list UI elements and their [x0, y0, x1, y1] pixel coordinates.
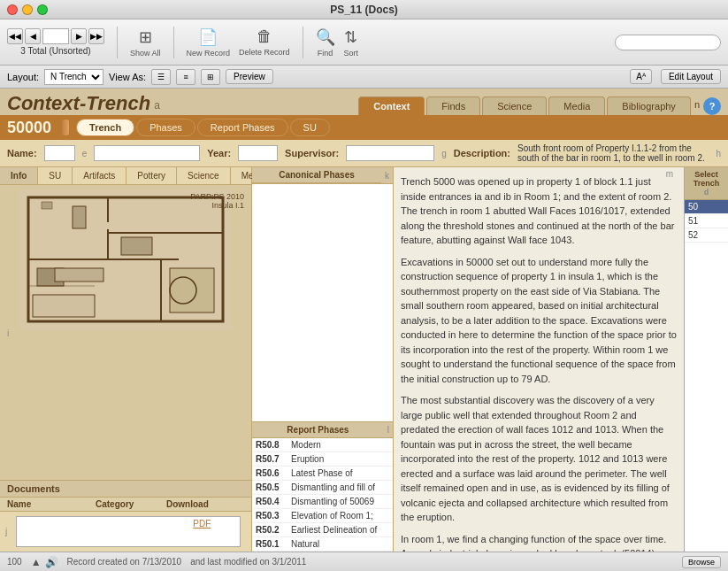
close-btn[interactable]	[7, 4, 18, 15]
supervisor-input[interactable]: Kevin Dicus	[346, 145, 434, 161]
documents-annotation-j: j	[5, 527, 7, 536]
window-title: PS_11 (Docs)	[330, 4, 398, 16]
find-section: 🔍 Find	[316, 27, 335, 58]
select-list[interactable]: 505152	[685, 200, 728, 552]
sub-tab-phases[interactable]: Phases	[136, 119, 195, 136]
select-annotation-d: d	[686, 188, 726, 197]
canonical-annotation-k: k	[381, 169, 393, 182]
phase-code: R50.1	[256, 539, 291, 549]
sub-tab-report-phases[interactable]: Report Phases	[197, 119, 288, 136]
search-input[interactable]	[615, 35, 721, 50]
inner-tab-pottery[interactable]: Pottery	[126, 167, 177, 184]
map-label: PARP:PS 2010 Insula I.1	[190, 192, 244, 210]
help-btn[interactable]: ?	[703, 97, 721, 115]
toolbar: ◀◀ ◀ 1 ▶ ▶▶ 3 Total (Unsorted) ⊞ Show Al…	[0, 19, 728, 66]
svg-rect-10	[33, 295, 95, 317]
phase-code: R50.4	[256, 497, 291, 506]
text-paragraph: Trench 5000 was opened up in property 1 …	[401, 174, 677, 248]
nav-prev-btn[interactable]: ◀	[25, 28, 41, 44]
select-item[interactable]: 50	[685, 200, 728, 214]
phase-item[interactable]: R50.6Latest Phase of	[252, 467, 393, 481]
svg-rect-14	[42, 202, 52, 209]
nav-last-btn[interactable]: ▶▶	[88, 28, 104, 44]
inner-tab-science[interactable]: Science	[177, 167, 231, 184]
svg-rect-11	[103, 222, 112, 229]
name-input-2[interactable]: 50000	[94, 145, 200, 161]
middle-panel: Canonical Phases k Report Phases l R50.8…	[252, 167, 394, 552]
phase-item[interactable]: R50.7Eruption	[252, 452, 393, 467]
inner-tab-artifacts[interactable]: Artifacts	[73, 167, 126, 184]
edit-layout-btn[interactable]: Edit Layout	[661, 69, 721, 84]
form-annotation-e: e	[82, 149, 88, 158]
map-annotation-i: i	[7, 328, 9, 337]
phase-name: Latest Phase of	[291, 468, 389, 478]
phase-item[interactable]: R50.3Elevation of Room 1;	[252, 509, 393, 523]
records-section: ◀◀ ◀ 1 ▶ ▶▶ 3 Total (Unsorted)	[7, 28, 104, 56]
phase-code: R50.5	[256, 482, 291, 492]
show-all-section: ⊞ Show All	[130, 27, 161, 58]
svg-rect-7	[73, 206, 86, 228]
text-paragraph: In room 1, we find a changing function o…	[401, 532, 677, 552]
app-title: Context-Trench	[7, 92, 150, 115]
canonical-phases-list[interactable]	[252, 184, 393, 421]
nav-first-btn[interactable]: ◀◀	[7, 28, 23, 44]
svg-rect-8	[121, 237, 152, 255]
divider2	[173, 27, 174, 58]
browse-mode-btn[interactable]: Browse	[682, 556, 721, 568]
title-bar: PS_11 (Docs)	[0, 0, 728, 19]
sub-tab-trench[interactable]: Trench	[76, 119, 134, 136]
svg-rect-9	[170, 268, 214, 313]
text-paragraph: Excavations in 50000 set out to understa…	[401, 255, 677, 387]
record-number-input[interactable]: 1	[42, 28, 69, 44]
inner-tab-info[interactable]: Info	[0, 167, 38, 184]
inner-tab-bar: Info SU Artifacts Pottery Science Media …	[0, 167, 251, 185]
font-size-btn[interactable]: Aᴬ	[630, 69, 652, 84]
select-item[interactable]: 51	[685, 214, 728, 228]
download-pdf-btn[interactable]: PDF	[193, 519, 236, 529]
nav-next-btn[interactable]: ▶	[71, 28, 87, 44]
minimize-btn[interactable]	[22, 4, 33, 15]
record-created-text: Record created on 7/13/2010	[67, 557, 182, 567]
layout-select[interactable]: N Trench	[44, 69, 103, 85]
name-input-1[interactable]: 50	[44, 145, 75, 161]
year-input[interactable]: 2010	[238, 145, 278, 161]
tab-context[interactable]: Context	[358, 96, 425, 115]
delete-record-label[interactable]: Delete Record	[239, 48, 290, 57]
phase-item[interactable]: R50.8Modern	[252, 438, 393, 452]
description-label: Description:	[454, 148, 510, 158]
inner-tab-su[interactable]: SU	[38, 167, 73, 184]
phase-item[interactable]: R50.1Natural	[252, 537, 393, 552]
show-all-label[interactable]: Show All	[130, 49, 161, 58]
find-label[interactable]: Find	[318, 49, 333, 58]
phase-item[interactable]: R50.2Earliest Delineation of	[252, 523, 393, 537]
tab-media[interactable]: Media	[548, 96, 605, 115]
floor-plan-svg	[19, 189, 232, 330]
tab-science[interactable]: Science	[482, 96, 547, 115]
view-grid-btn[interactable]: ⊞	[201, 69, 220, 85]
divider1	[117, 27, 118, 58]
text-content[interactable]: Trench 5000 was opened up in property 1 …	[394, 167, 684, 552]
form-annotation-h: h	[716, 149, 721, 158]
phase-item[interactable]: R50.5Dismantling and fill of	[252, 481, 393, 495]
view-form-btn[interactable]: ☰	[151, 69, 171, 85]
select-header-line2: Trench	[694, 179, 720, 188]
select-item[interactable]: 52	[685, 228, 728, 243]
documents-header: Documents	[0, 481, 251, 498]
tab-finds[interactable]: Finds	[426, 96, 480, 115]
sub-tab-su[interactable]: SU	[290, 119, 330, 136]
view-list-btn[interactable]: ≡	[176, 69, 195, 85]
form-row: Name: 50 e 50000 Year: 2010 Supervisor: …	[0, 140, 728, 167]
select-header-line1: Select	[694, 170, 718, 179]
new-record-label[interactable]: New Record	[187, 49, 231, 58]
maximize-btn[interactable]	[37, 4, 48, 15]
report-phases-list[interactable]: R50.8ModernR50.7EruptionR50.6Latest Phas…	[252, 438, 393, 552]
phase-item[interactable]: R50.4Dismantling of 50069	[252, 495, 393, 509]
sort-label[interactable]: Sort	[344, 49, 359, 58]
phase-name: Dismantling of 50069	[291, 497, 389, 506]
phase-name: Elevation of Room 1;	[291, 511, 389, 521]
tab-bibliography[interactable]: Bibliography	[607, 96, 691, 115]
report-phases-header: Report Phases	[252, 422, 384, 437]
status-bar: 100 ▲ 🔊 Record created on 7/13/2010 and …	[0, 552, 728, 571]
preview-btn[interactable]: Preview	[226, 69, 273, 84]
new-record-section: 📄 New Record	[187, 27, 231, 58]
